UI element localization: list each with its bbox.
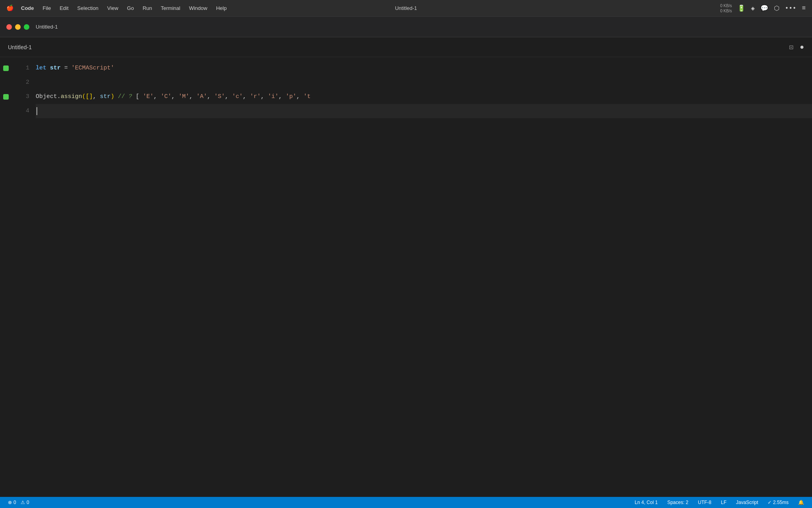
line-num-2: 2 bbox=[12, 75, 29, 90]
comment-question: ? bbox=[128, 90, 136, 104]
breakpoint-column bbox=[0, 60, 12, 497]
timing-info: ✓ 2.55ms bbox=[766, 499, 790, 506]
result-C: 'C' bbox=[161, 90, 171, 104]
menu-window[interactable]: Window bbox=[185, 4, 211, 13]
result-t: 't bbox=[303, 90, 310, 104]
breakpoint-3[interactable] bbox=[3, 94, 9, 100]
status-left: ⊗ 0 ⚠ 0 bbox=[6, 499, 31, 506]
breakpoint-1[interactable] bbox=[3, 65, 9, 71]
menu-help[interactable]: Help bbox=[212, 4, 231, 13]
breakpoint-row-1 bbox=[0, 61, 12, 75]
breakpoint-row-3 bbox=[0, 90, 12, 104]
title-bar: 🍎 Code File Edit Selection View Go Run T… bbox=[0, 0, 812, 17]
battery-icon: 🔋 bbox=[737, 4, 745, 12]
network-info: 0 KB/s 0 KB/s bbox=[720, 3, 732, 13]
code-line-3[interactable]: Object.assign([], str) // ? [ 'E', 'C', … bbox=[36, 90, 812, 104]
network-down: 0 KB/s bbox=[720, 8, 732, 13]
language-mode[interactable]: JavaScript bbox=[734, 499, 760, 506]
c1: , bbox=[153, 90, 161, 104]
result-p: 'p' bbox=[285, 90, 296, 104]
errors-indicator[interactable]: ⊗ 0 ⚠ 0 bbox=[6, 499, 31, 506]
c2: , bbox=[171, 90, 178, 104]
breakpoint-row-4 bbox=[0, 104, 12, 118]
warning-count: 0 bbox=[27, 500, 29, 505]
keyword-let: let bbox=[36, 61, 46, 75]
menu-file[interactable]: File bbox=[39, 4, 55, 13]
close-paren: ) bbox=[111, 90, 114, 104]
menu-terminal[interactable]: Terminal bbox=[157, 4, 184, 13]
c7: , bbox=[260, 90, 268, 104]
line-numbers: 1 2 3 4 bbox=[12, 60, 36, 497]
eol-setting[interactable]: LF bbox=[719, 499, 728, 506]
empty-line bbox=[36, 75, 39, 90]
status-right: Ln 4, Col 1 Spaces: 2 UTF-8 LF JavaScrip… bbox=[633, 499, 806, 506]
code-line-1[interactable]: let str = 'ECMAScript' bbox=[36, 61, 812, 75]
c6: , bbox=[243, 90, 250, 104]
result-M: 'M' bbox=[178, 90, 189, 104]
close-button[interactable] bbox=[6, 24, 12, 30]
close-bracket: ] bbox=[89, 90, 93, 104]
result-c: 'c' bbox=[232, 90, 243, 104]
window-chrome: Untitled-1 bbox=[0, 17, 812, 37]
dot-punct: . bbox=[57, 90, 61, 104]
assign-op: = bbox=[61, 61, 71, 75]
status-bar: ⊗ 0 ⚠ 0 Ln 4, Col 1 Spaces: 2 UTF-8 LF J… bbox=[0, 497, 812, 508]
error-icon: ⊗ bbox=[8, 500, 12, 505]
code-line-4[interactable] bbox=[36, 104, 812, 118]
result-A: 'A' bbox=[196, 90, 207, 104]
c9: , bbox=[296, 90, 303, 104]
menu-view[interactable]: View bbox=[103, 4, 122, 13]
notifications-icon[interactable]: 🔔 bbox=[797, 499, 806, 506]
apple-icon[interactable]: 🍎 bbox=[6, 4, 14, 12]
c3: , bbox=[189, 90, 196, 104]
c5: , bbox=[225, 90, 232, 104]
minimize-button[interactable] bbox=[15, 24, 21, 30]
cursor bbox=[36, 107, 37, 115]
editor-header: Untitled-1 ⊡ ● bbox=[0, 37, 812, 57]
editor-actions: ⊡ ● bbox=[789, 43, 804, 52]
object-keyword: Object bbox=[36, 90, 57, 104]
string-ecmascript: 'ECMAScript' bbox=[71, 61, 114, 75]
menu-bar: Code File Edit Selection View Go Run Ter… bbox=[17, 4, 231, 13]
code-editor[interactable]: let str = 'ECMAScript' Object.assign([],… bbox=[36, 60, 812, 497]
cursor-position[interactable]: Ln 4, Col 1 bbox=[633, 499, 659, 506]
encoding-setting[interactable]: UTF-8 bbox=[696, 499, 713, 506]
c8: , bbox=[278, 90, 285, 104]
traffic-lights bbox=[6, 24, 29, 30]
result-E: 'E' bbox=[143, 90, 153, 104]
menu-selection[interactable]: Selection bbox=[73, 4, 102, 13]
result-r: 'r' bbox=[250, 90, 260, 104]
line-num-4: 4 bbox=[12, 104, 29, 118]
finder-icon: ⬡ bbox=[774, 4, 779, 12]
menu-go[interactable]: Go bbox=[123, 4, 138, 13]
maximize-button[interactable] bbox=[24, 24, 29, 30]
editor-area[interactable]: 1 2 3 4 let str = 'ECMAScript' Object.as… bbox=[0, 57, 812, 497]
code-line-2[interactable] bbox=[36, 75, 812, 90]
menu-edit[interactable]: Edit bbox=[56, 4, 72, 13]
line-num-3: 3 bbox=[12, 90, 29, 104]
warning-icon: ⚠ bbox=[21, 500, 25, 505]
c4: , bbox=[207, 90, 214, 104]
airdrop-icon: ◈ bbox=[751, 4, 755, 12]
breakpoint-row-2 bbox=[0, 75, 12, 90]
list-icon[interactable]: ≡ bbox=[802, 5, 806, 12]
line-num-1: 1 bbox=[12, 61, 29, 75]
comment-arr-open: [ bbox=[136, 90, 143, 104]
unsaved-dot-icon: ● bbox=[800, 43, 804, 51]
file-tab[interactable]: Untitled-1 bbox=[8, 44, 32, 50]
menu-run[interactable]: Run bbox=[139, 4, 156, 13]
var-str-ref: str bbox=[100, 90, 111, 104]
comma-punct: , bbox=[93, 90, 100, 104]
window-title: Untitled-1 bbox=[395, 5, 417, 11]
result-S: 'S' bbox=[214, 90, 225, 104]
messages-icon: 💬 bbox=[760, 4, 768, 12]
spaces-setting[interactable]: Spaces: 2 bbox=[666, 499, 690, 506]
open-bracket: [ bbox=[86, 90, 89, 104]
window-tab-title: Untitled-1 bbox=[36, 24, 58, 30]
error-count: 0 bbox=[13, 500, 16, 505]
more-icon[interactable]: ••• bbox=[785, 5, 797, 12]
network-up: 0 KB/s bbox=[720, 3, 732, 8]
var-str: str bbox=[46, 61, 61, 75]
menu-code[interactable]: Code bbox=[17, 4, 38, 13]
split-editor-icon[interactable]: ⊡ bbox=[789, 43, 793, 52]
